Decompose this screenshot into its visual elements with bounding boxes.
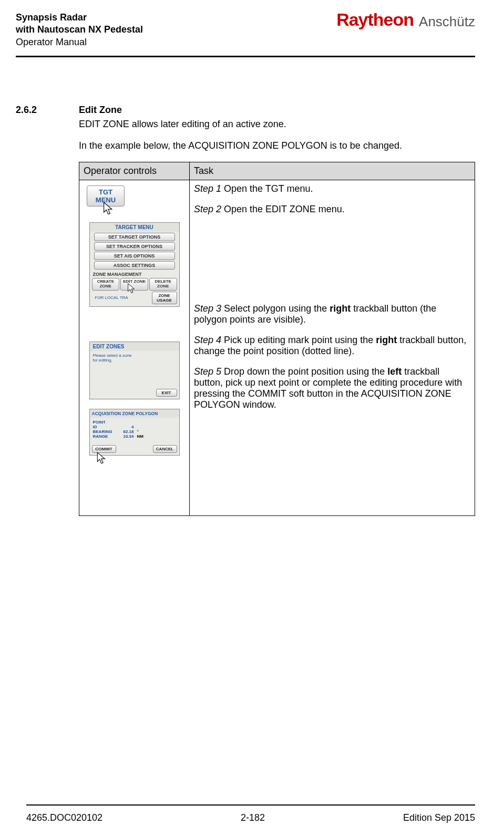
nm-unit: NM [137, 434, 143, 439]
step-2: Step 2 Open the EDIT ZONE menu. [194, 204, 470, 215]
bearing-value: 82.18 [119, 429, 137, 434]
create-zone-button[interactable]: CREATE ZONE [92, 278, 120, 291]
cancel-button[interactable]: CANCEL [153, 445, 177, 453]
acq-zone-title: ACQUISITION ZONE POLYGON [90, 409, 179, 418]
step-3: Step 3 Select polygon using the right tr… [194, 303, 470, 325]
tgt-menu-line1: TGT [88, 188, 123, 196]
table-header-controls: Operator controls [79, 162, 190, 180]
edit-zones-title: EDIT ZONES [90, 342, 179, 351]
set-ais-options-button[interactable]: SET AIS OPTIONS [94, 252, 175, 260]
task-table: Operator controls Task TGT MENU [79, 162, 475, 516]
set-tracker-options-button[interactable]: SET TRACKER OPTIONS [94, 242, 175, 251]
section-title: Edit Zone [79, 105, 475, 116]
page-header: Synapsis Radar with Nautoscan NX Pedesta… [16, 12, 475, 48]
step3-text-a: Select polygon using the [221, 303, 330, 314]
doc-title-line3: Operator Manual [16, 36, 143, 48]
task-steps-cell: Step 1 Open the TGT menu. Step 2 Open th… [190, 180, 475, 516]
delete-zone-button[interactable]: DELETE ZONE [149, 278, 177, 291]
step2-text: Open the EDIT ZONE menu. [221, 204, 345, 214]
table-header-task: Task [190, 162, 475, 180]
raytheon-logo: Raytheon [336, 9, 414, 30]
step2-label: Step 2 [194, 204, 221, 214]
operator-controls-cell: TGT MENU TARGET MENU SET TARGET OPTIONS [79, 180, 190, 516]
section-example: In the example below, the ACQUISITION ZO… [79, 140, 475, 151]
doc-title-block: Synapsis Radar with Nautoscan NX Pedesta… [16, 12, 143, 48]
anschutz-logo: Anschütz [419, 14, 475, 30]
edit-zones-msg2: for editing. [93, 358, 176, 363]
step5-text-a: Drop down the point position using the [221, 366, 387, 377]
section-number: 2.6.2 [16, 105, 79, 516]
exit-button[interactable]: EXIT [156, 389, 177, 397]
bearing-label: BEARING [93, 429, 119, 434]
degree-unit: ° [137, 429, 139, 434]
id-value: 4 [119, 425, 137, 429]
target-menu-panel: TARGET MENU SET TARGET OPTIONS SET TRACK… [89, 222, 180, 307]
doc-title-line1: Synapsis Radar [16, 12, 143, 24]
step-4: Step 4 Pick up editing mark point using … [194, 335, 470, 357]
section-intro: EDIT ZONE allows later editing of an act… [79, 119, 475, 130]
step-5: Step 5 Drop down the point position usin… [194, 366, 470, 410]
step4-label: Step 4 [194, 335, 221, 345]
step5-bold: left [387, 366, 402, 377]
zone-management-label: ZONE MANAGEMENT [90, 271, 179, 278]
cursor-arrow-icon [101, 201, 116, 216]
step4-bold: right [376, 335, 397, 345]
acq-zone-polygon-panel: ACQUISITION ZONE POLYGON POINT ID 4 BEAR… [89, 409, 180, 456]
step-1: Step 1 Open the TGT menu. [194, 183, 470, 194]
footer-edition: Edition Sep 2015 [403, 812, 475, 823]
brand-logo: Raytheon Anschütz [336, 9, 475, 30]
target-menu-title: TARGET MENU [90, 223, 179, 232]
edit-zones-panel: EDIT ZONES Please select a zone for edit… [89, 342, 180, 399]
edit-zone-button[interactable]: EDIT ZONE [120, 278, 148, 291]
page-footer: 4265.DOC020102 2-182 Edition Sep 2015 [26, 812, 475, 823]
footer-doc-id: 4265.DOC020102 [26, 812, 102, 823]
step3-bold: right [330, 303, 351, 314]
footer-rule [26, 804, 475, 806]
cursor-arrow-icon [95, 451, 109, 465]
set-target-options-button[interactable]: SET TARGET OPTIONS [94, 233, 175, 241]
cursor-arrow-icon [126, 283, 138, 294]
range-label: RANGE [93, 434, 119, 439]
step3-label: Step 3 [194, 303, 221, 314]
zone-usage-button[interactable]: ZONE USAGE [152, 292, 177, 304]
range-value: 10.34 [119, 434, 137, 439]
edit-zones-msg1: Please select a zone [93, 353, 176, 358]
doc-title-line2: with Nautoscan NX Pedestal [16, 24, 143, 36]
step4-text-a: Pick up editing mark point using the [221, 335, 376, 345]
header-rule [16, 56, 475, 57]
local-tracks-note: FOR LOCAL TRA [92, 294, 151, 301]
step1-label: Step 1 [194, 183, 221, 194]
footer-page-number: 2-182 [241, 812, 265, 823]
step1-text: Open the TGT menu. [221, 183, 313, 194]
point-label: POINT [93, 420, 119, 425]
assoc-settings-button[interactable]: ASSOC SETTINGS [94, 261, 175, 270]
step5-label: Step 5 [194, 366, 221, 377]
id-label: ID [93, 425, 119, 429]
